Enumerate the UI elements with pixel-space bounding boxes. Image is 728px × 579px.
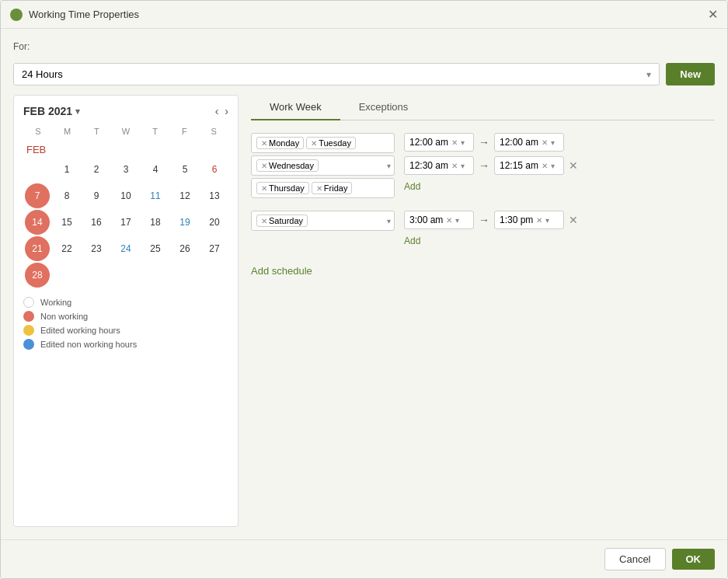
- for-select[interactable]: 24 Hours ▾: [13, 63, 660, 85]
- calendar-day[interactable]: 20: [202, 210, 227, 235]
- start-time-chevron-icon[interactable]: ▾: [461, 138, 465, 147]
- calendar-month-label: FEB: [23, 141, 228, 157]
- start-time-1-1[interactable]: 12:00 am ✕ ▾: [404, 133, 474, 152]
- day-tag-saturday: ✕ Saturday: [256, 215, 308, 227]
- start-time-2-1[interactable]: 3:00 am ✕ ▾: [404, 211, 474, 229]
- days-picker-1c[interactable]: ✕ Thursday ✕ Friday: [251, 178, 395, 198]
- calendar-day[interactable]: 10: [113, 183, 138, 208]
- calendar-day[interactable]: 12: [172, 183, 197, 208]
- calendar-day[interactable]: 27: [202, 236, 227, 261]
- schedule-area: ✕ Monday ✕ Tuesday: [251, 133, 715, 527]
- calendar-day-empty: [25, 157, 50, 182]
- calendar-day[interactable]: 23: [84, 236, 109, 261]
- calendar-day[interactable]: 6: [202, 157, 227, 182]
- weekday-t2: T: [141, 125, 170, 138]
- calendar-day[interactable]: 13: [202, 183, 227, 208]
- calendar-day[interactable]: 17: [113, 210, 138, 235]
- remove-wednesday-button[interactable]: ✕: [261, 162, 267, 170]
- calendar-day[interactable]: 2: [84, 157, 109, 182]
- remove-thursday-button[interactable]: ✕: [261, 184, 267, 193]
- calendar-day[interactable]: 21: [25, 236, 50, 261]
- calendar-day[interactable]: 7: [25, 183, 50, 208]
- remove-monday-button[interactable]: ✕: [261, 139, 267, 148]
- prev-month-button[interactable]: ‹: [215, 105, 219, 117]
- tab-exceptions[interactable]: Exceptions: [340, 95, 427, 120]
- remove-friday-button[interactable]: ✕: [316, 184, 322, 193]
- calendar-month-year: FEB 2021 ▾: [23, 105, 80, 117]
- clear-start-time-button[interactable]: ✕: [451, 138, 458, 147]
- cancel-button[interactable]: Cancel: [604, 548, 665, 570]
- clear-end-time-button[interactable]: ✕: [542, 162, 548, 170]
- add-schedule-link[interactable]: Add schedule: [251, 265, 715, 277]
- remove-time-row-button[interactable]: ✕: [569, 159, 578, 172]
- end-time-value: 12:15 am: [500, 160, 538, 171]
- calendar-day[interactable]: 11: [143, 183, 168, 208]
- calendar-month: FEB: [23, 105, 45, 117]
- start-time-chevron-icon[interactable]: ▾: [461, 162, 465, 170]
- close-button[interactable]: ✕: [708, 9, 718, 21]
- weekday-f: F: [170, 125, 200, 138]
- calendar-day[interactable]: 5: [172, 157, 197, 182]
- legend-dot-edited-working: [23, 325, 34, 336]
- start-time-value: 12:30 am: [409, 160, 448, 171]
- time-range-1-2: 12:30 am ✕ ▾ → 12:15 am ✕ ▾: [404, 156, 578, 175]
- start-time-chevron-icon[interactable]: ▾: [455, 216, 459, 225]
- add-time-link-1[interactable]: Add: [404, 181, 578, 192]
- calendar-day[interactable]: 1: [54, 157, 79, 182]
- days-picker-2[interactable]: ✕ Saturday ▾: [251, 211, 395, 231]
- clear-start-time-button[interactable]: ✕: [446, 216, 452, 225]
- calendar-day[interactable]: 22: [54, 236, 79, 261]
- day-tag-tuesday: ✕ Tuesday: [306, 137, 356, 149]
- new-button[interactable]: New: [666, 63, 715, 85]
- end-time-1-1[interactable]: 12:00 am ✕ ▾: [494, 133, 564, 152]
- tab-work-week[interactable]: Work Week: [251, 95, 340, 120]
- end-time-chevron-icon[interactable]: ▾: [551, 138, 555, 147]
- tabs: Work Week Exceptions: [251, 95, 715, 120]
- calendar-day[interactable]: 4: [143, 157, 168, 182]
- calendar-day[interactable]: 18: [143, 210, 168, 235]
- end-time-1-2[interactable]: 12:15 am ✕ ▾: [494, 156, 564, 175]
- calendar-day[interactable]: 16: [84, 210, 109, 235]
- day-tag-label: Saturday: [269, 216, 303, 225]
- calendar-day[interactable]: 19: [172, 210, 197, 235]
- end-time-2-1[interactable]: 1:30 pm ✕ ▾: [494, 211, 564, 229]
- calendar-day[interactable]: 25: [143, 236, 168, 261]
- remove-saturday-button[interactable]: ✕: [261, 217, 267, 225]
- weekday-w: W: [111, 125, 141, 138]
- ok-button[interactable]: OK: [672, 549, 716, 570]
- weekday-s1: S: [23, 125, 53, 138]
- end-time-chevron-icon[interactable]: ▾: [551, 162, 555, 170]
- title-bar: Working Time Properties ✕: [1, 1, 727, 29]
- end-time-chevron-icon[interactable]: ▾: [545, 216, 549, 225]
- arrow-right-icon: →: [479, 159, 489, 172]
- start-time-1-2[interactable]: 12:30 am ✕ ▾: [404, 156, 474, 175]
- calendar-day[interactable]: 26: [172, 236, 197, 261]
- next-month-button[interactable]: ›: [225, 105, 228, 117]
- day-tag-label: Monday: [269, 138, 299, 148]
- calendar-day[interactable]: 3: [113, 157, 138, 182]
- calendar-day[interactable]: 15: [54, 210, 79, 235]
- add-time-link-2[interactable]: Add: [404, 235, 578, 246]
- clear-end-time-button[interactable]: ✕: [536, 216, 542, 225]
- remove-time-row-button[interactable]: ✕: [569, 214, 578, 226]
- schedule-row-2: ✕ Saturday ▾ 3:00: [251, 211, 715, 246]
- days-picker-1[interactable]: ✕ Monday ✕ Tuesday: [251, 133, 395, 153]
- dialog-body: For: 24 Hours ▾ New FEB 2021 ▾ ‹: [1, 29, 727, 539]
- legend-working: Working: [23, 297, 228, 308]
- days-chevron-icon: ▾: [387, 162, 391, 170]
- legend-nonworking: Non working: [23, 311, 228, 322]
- month-dropdown-icon[interactable]: ▾: [75, 106, 80, 117]
- clear-start-time-button[interactable]: ✕: [451, 162, 458, 170]
- day-tag-label: Tuesday: [319, 138, 351, 148]
- calendar-day[interactable]: 14: [25, 210, 50, 235]
- calendar-day[interactable]: 24: [113, 236, 138, 261]
- end-time-value: 12:00 am: [500, 137, 538, 148]
- remove-tuesday-button[interactable]: ✕: [311, 139, 317, 148]
- calendar-day[interactable]: 28: [25, 263, 50, 288]
- calendar-day[interactable]: 8: [54, 183, 79, 208]
- calendar-day[interactable]: 9: [84, 183, 109, 208]
- clear-end-time-button[interactable]: ✕: [542, 138, 548, 147]
- days-chevron-icon: ▾: [387, 217, 391, 225]
- time-range-1-1: 12:00 am ✕ ▾ → 12:00 am ✕ ▾: [404, 133, 578, 152]
- days-picker-1b[interactable]: ✕ Wednesday ▾: [251, 155, 395, 176]
